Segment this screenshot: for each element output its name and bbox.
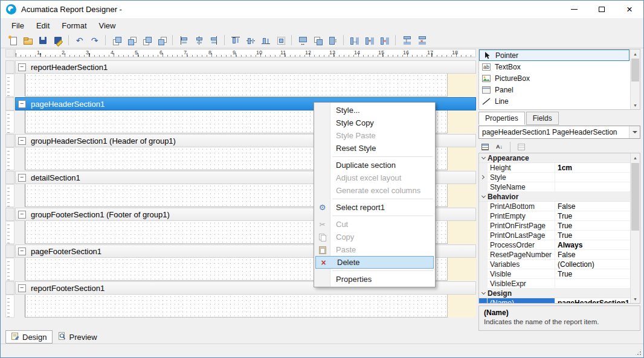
send-backward-button[interactable] [155,34,169,47]
align-tops-button[interactable] [228,34,242,47]
context-menu-item-generate-excel-columns[interactable]: Generate excel columns [314,184,435,197]
bring-forward-button[interactable] [140,34,153,47]
scroll-down-icon[interactable]: ▼ [631,101,640,109]
close-button[interactable]: × [616,1,643,18]
band-selector[interactable] [5,245,14,258]
context-menu-item-style-paste[interactable]: Style Paste [314,129,435,142]
property-row-printatbottom[interactable]: PrintAtBottomFalse [479,202,631,211]
section-content[interactable] [15,295,476,318]
align-rights-button[interactable] [207,34,221,47]
space-across-increase-button[interactable] [362,34,376,47]
band-selector[interactable] [5,60,14,74]
toolbox-item-picturebox[interactable]: PictureBox [479,72,630,84]
collapse-icon[interactable]: − [18,63,26,71]
menu-file[interactable]: File [5,19,30,32]
property-row-visibleexpr[interactable]: VisibleExpr [479,279,631,289]
context-menu-item-cut[interactable]: ✂Cut [314,218,435,231]
property-row-name[interactable]: (Name)pageHeaderSection1 [479,298,631,304]
band-selector[interactable] [5,208,14,221]
property-row-processorder[interactable]: ProcessOrderAlways [479,240,631,250]
context-menu-item-duplicate-section[interactable]: Duplicate section [314,159,435,171]
bring-to-front-button[interactable] [109,34,123,47]
property-grid-scrollbar[interactable]: ▲ ▼ [630,153,640,303]
toolbox-item-textbox[interactable]: ab TextBox [479,61,630,72]
section-grid[interactable] [25,295,448,318]
scroll-down-icon[interactable]: ▼ [631,295,640,303]
tab-fields[interactable]: Fields [526,112,559,125]
collapse-icon[interactable]: − [18,211,26,219]
context-menu-item-paste[interactable]: Paste [314,243,435,256]
space-across-remove-button[interactable] [378,34,391,47]
save-layout-button[interactable] [51,34,65,47]
align-centers-button[interactable] [192,34,205,47]
property-category-appearance[interactable]: Appearance [479,153,631,163]
collapse-icon[interactable]: − [18,137,26,145]
same-width-button[interactable] [295,34,309,47]
toolbox-scrollbar[interactable]: ▲ ▼ [630,50,640,109]
new-report-button[interactable] [5,34,19,47]
context-menu-item-copy[interactable]: Copy [314,231,435,243]
toolbox-item-line[interactable]: Line [479,95,630,107]
chevron-down-icon[interactable] [629,126,640,138]
property-row-resetpagenumber[interactable]: ResetPageNumberFalse [479,250,631,260]
property-row-printonlastpage[interactable]: PrintOnLastPageTrue [479,231,631,240]
property-row-style[interactable]: Style [479,173,631,182]
toolbox-item-panel[interactable]: Panel [479,84,630,95]
property-row-variables[interactable]: Variables(Collection) [479,260,631,269]
band-selector[interactable] [5,97,14,110]
minimize-button[interactable] [560,1,588,18]
collapse-icon[interactable]: − [18,100,26,108]
center-in-form-button[interactable] [274,34,288,47]
collapse-icon[interactable]: − [18,248,26,255]
space-down-remove-button[interactable] [414,34,428,47]
menu-format[interactable]: Format [56,19,92,32]
toolbox-item-pointer[interactable]: Pointer [479,50,630,61]
section-content[interactable] [15,74,476,97]
resize-grip-icon[interactable] [634,348,642,356]
scrollbar-thumb[interactable] [631,163,639,231]
property-row-printonfirstpage[interactable]: PrintOnFirstPageTrue [479,221,631,231]
property-row-printempty[interactable]: PrintEmptyTrue [479,211,631,221]
property-category-behavior[interactable]: Behavior [479,192,631,202]
property-row-visible[interactable]: VisibleTrue [479,269,631,279]
space-across-button[interactable] [347,34,361,47]
scrollbar-thumb[interactable] [631,59,639,82]
property-category-design[interactable]: Design [479,289,631,298]
band-selector[interactable] [5,281,14,295]
property-row-stylename[interactable]: StyleName [479,182,631,192]
categorized-button[interactable] [478,141,491,153]
align-middles-button[interactable] [243,34,257,47]
section-grid[interactable] [25,74,448,97]
space-down-button[interactable] [399,34,413,47]
send-to-back-button[interactable] [124,34,138,47]
alphabetical-sort-button[interactable]: A↓ [493,141,506,153]
property-pages-button[interactable] [515,141,527,153]
scroll-up-icon[interactable]: ▲ [631,50,640,58]
redo-button[interactable]: ↷ [88,34,101,47]
open-button[interactable] [21,34,34,47]
same-size-button[interactable] [311,34,324,47]
align-bottoms-button[interactable] [259,34,272,47]
menu-view[interactable]: View [93,19,122,32]
collapse-icon[interactable]: − [18,174,26,182]
band-selector[interactable] [5,171,14,184]
section-band[interactable]: − reportHeaderSection1 [15,60,476,74]
tab-properties[interactable]: Properties [478,112,525,125]
save-button[interactable] [36,34,50,47]
tab-design[interactable]: Design [5,330,53,344]
context-menu-item-select-report[interactable]: ⚙Select report1 [314,201,435,214]
context-menu-item-properties[interactable]: Properties [314,273,435,286]
context-menu-item-style-copy[interactable]: Style Copy [314,117,435,129]
same-height-button[interactable] [326,34,340,47]
undo-button[interactable]: ↶ [72,34,86,47]
band-selector[interactable] [5,134,14,147]
context-menu-item-adjust-excel-layout[interactable]: Adjust excel layout [314,171,435,184]
property-row-height[interactable]: Height1cm [479,163,631,173]
context-menu-item-style[interactable]: Style... [314,104,435,117]
context-menu-item-reset-style[interactable]: Reset Style [314,142,435,155]
tab-preview[interactable]: Preview [53,330,102,344]
menu-edit[interactable]: Edit [30,19,56,32]
object-selector[interactable]: pageHeaderSection1 PageHeaderSection [478,126,640,139]
scroll-up-icon[interactable]: ▲ [631,153,640,162]
collapse-icon[interactable]: − [18,284,26,292]
